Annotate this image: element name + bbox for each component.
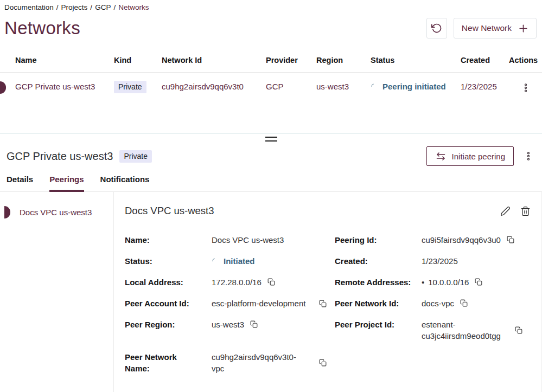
networks-table: Name Kind Network Id Provider Region Sta…	[0, 49, 542, 124]
field-peer-network-id: Peer Network Id: docs-vpc	[335, 298, 531, 309]
networks-page: Documentation/Projects/GCP/Networks Netw…	[0, 0, 542, 392]
field-value: cu9hg2airsdv9qq6v3t0-vpc	[212, 351, 307, 374]
field-peer-project-id: Peer Project Id: estenant-cu3jc4iirsdm9e…	[335, 319, 531, 342]
column-header-status: Status	[371, 49, 461, 73]
panel-kind-badge: Private	[119, 150, 152, 163]
field-label: Remote Addresses:	[335, 277, 422, 288]
network-created-cell: 1/23/2025	[461, 73, 509, 125]
kebab-icon	[521, 83, 531, 93]
copy-peer-account-id-button[interactable]	[319, 300, 327, 307]
tab-details[interactable]: Details	[7, 175, 33, 192]
column-header-region: Region	[316, 49, 371, 73]
field-label: Peer Account Id:	[125, 298, 212, 309]
network-kind-cell: Private	[114, 73, 162, 125]
field-value: 10.0.0.0/16	[428, 277, 469, 288]
peering-list-item-label: Docs VPC us-west3	[20, 208, 92, 217]
page-header: Networks New Network	[0, 14, 542, 41]
peering-detail-header: Docs VPC us-west3	[125, 205, 531, 217]
panel-kebab-menu-button[interactable]	[521, 150, 535, 162]
field-label: Local Address:	[125, 277, 212, 288]
field-label: Name:	[125, 234, 212, 246]
table-header-row: Name Kind Network Id Provider Region Sta…	[0, 49, 542, 73]
field-local-address: Local Address: 172.28.0.0/16	[125, 277, 335, 288]
copy-local-address-button[interactable]	[267, 278, 275, 286]
new-network-button[interactable]: New Network	[454, 18, 537, 38]
copy-peering-id-button[interactable]	[507, 236, 514, 243]
breadcrumb-documentation[interactable]: Documentation	[4, 3, 54, 11]
drag-handle[interactable]	[265, 137, 277, 142]
column-header-network-id: Network Id	[162, 49, 266, 73]
field-label: Peer Network Name:	[125, 351, 212, 374]
copy-icon	[319, 300, 327, 307]
breadcrumb-separator: /	[90, 3, 92, 11]
tab-peerings[interactable]: Peerings	[49, 175, 84, 192]
column-header-name: Name	[0, 49, 114, 73]
selected-item-indicator	[4, 206, 10, 219]
field-label: Peering Id:	[335, 234, 422, 246]
field-value: Docs VPC us-west3	[212, 234, 284, 246]
peering-detail-actions	[500, 206, 531, 216]
field-empty	[335, 351, 531, 374]
field-value: 172.28.0.0/16	[212, 277, 262, 288]
kind-badge: Private	[114, 81, 146, 93]
copy-peer-network-name-button[interactable]	[319, 359, 327, 367]
initiate-peering-label: Initiate peering	[452, 152, 505, 161]
column-header-actions: Actions	[509, 49, 542, 73]
network-region-cell: us-west3	[316, 73, 371, 125]
field-status: Status: Initiated	[125, 255, 335, 267]
refresh-icon	[431, 23, 442, 34]
refresh-button[interactable]	[426, 18, 447, 38]
field-label: Peer Network Id:	[335, 298, 422, 309]
initiate-peering-button[interactable]: Initiate peering	[426, 146, 514, 166]
breadcrumb-separator: /	[113, 3, 116, 11]
network-detail-panel-header: GCP Private us-west3 Private Initiate pe…	[0, 142, 542, 166]
field-peer-region: Peer Region: us-west3	[125, 319, 335, 342]
panel-title: GCP Private us-west3	[7, 150, 113, 163]
field-label: Peer Project Id:	[335, 319, 422, 330]
network-name: GCP Private us-west3	[15, 82, 95, 91]
field-value: estenant-cu3jc4iirsdm9eod0tgg	[422, 319, 515, 342]
plus-icon	[518, 23, 528, 34]
spinner-icon	[371, 83, 378, 90]
copy-icon	[250, 320, 258, 328]
breadcrumb-gcp[interactable]: GCP	[95, 3, 111, 11]
peering-detail-fields: Name: Docs VPC us-west3 Peering Id: cu9i…	[125, 234, 531, 374]
tab-notifications[interactable]: Notifications	[100, 175, 150, 192]
spinner-icon	[212, 258, 219, 265]
column-header-provider: Provider	[266, 49, 316, 73]
peering-detail-pane: Docs VPC us-west3	[114, 192, 542, 392]
field-value: us-west3	[212, 319, 244, 330]
field-peer-network-name: Peer Network Name: cu9hg2airsdv9qq6v3t0-…	[125, 351, 335, 374]
copy-icon	[475, 278, 482, 286]
network-table-row[interactable]: GCP Private us-west3 Private cu9hg2airsd…	[0, 73, 542, 125]
field-peer-account-id: Peer Account Id: esc-platform-developmen…	[125, 298, 335, 309]
field-label: Created:	[335, 255, 422, 267]
copy-peer-region-button[interactable]	[250, 320, 258, 328]
list-bullet: •	[422, 277, 424, 288]
network-provider-cell: GCP	[266, 73, 316, 125]
breadcrumb: Documentation/Projects/GCP/Networks	[0, 0, 542, 14]
copy-remote-address-button[interactable]	[475, 278, 482, 286]
copy-icon	[515, 326, 522, 334]
kebab-icon	[524, 151, 533, 161]
panel-actions: Initiate peering	[426, 146, 535, 166]
new-network-label: New Network	[462, 23, 512, 33]
breadcrumb-separator: /	[56, 3, 59, 11]
network-name-cell[interactable]: GCP Private us-west3	[0, 73, 114, 125]
copy-peer-project-id-button[interactable]	[515, 326, 522, 334]
row-kebab-menu-button[interactable]	[519, 82, 533, 94]
column-header-created: Created	[461, 49, 509, 73]
copy-icon	[267, 278, 275, 286]
field-created: Created: 1/23/2025	[335, 255, 531, 267]
copy-peer-network-id-button[interactable]	[460, 299, 468, 307]
delete-peering-button[interactable]	[520, 206, 531, 216]
edit-peering-button[interactable]	[500, 206, 511, 216]
field-value: docs-vpc	[422, 298, 454, 309]
network-id-cell: cu9hg2airsdv9qq6v3t0	[162, 73, 266, 125]
network-status-cell: Peering initiated	[371, 73, 461, 125]
breadcrumb-projects[interactable]: Projects	[61, 3, 88, 11]
trash-icon	[520, 206, 531, 216]
peerings-tab-content: Docs VPC us-west3 Docs VPC us-west3	[0, 192, 542, 392]
field-remote-addresses: Remote Addresses: • 10.0.0.0/16	[335, 277, 531, 288]
peering-list-item[interactable]: Docs VPC us-west3	[0, 206, 113, 219]
